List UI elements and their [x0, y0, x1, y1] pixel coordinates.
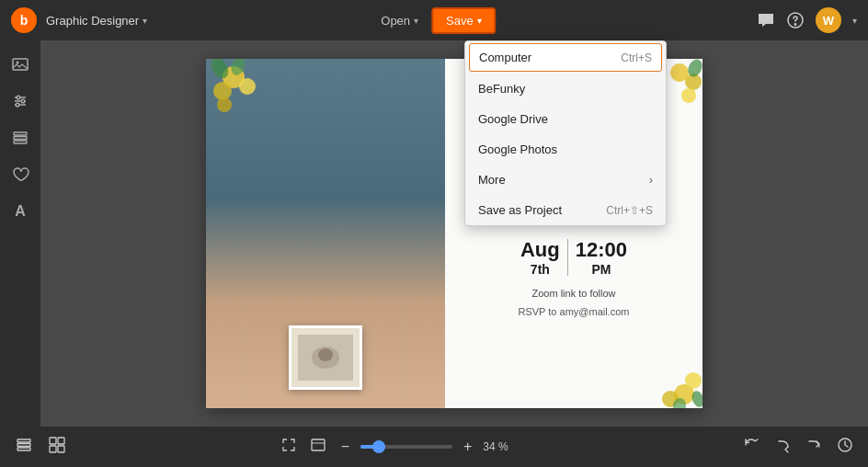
ultrasound-photo [289, 325, 362, 390]
svg-rect-2 [13, 59, 28, 70]
svg-rect-34 [50, 438, 56, 444]
save-menu-computer[interactable]: Computer Ctrl+S [469, 43, 662, 72]
save-menu-computer-shortcut: Ctrl+S [621, 51, 652, 64]
sidebar: A [0, 40, 40, 427]
zoom-slider-thumb[interactable] [372, 440, 385, 453]
zoom-percent: 34 % [483, 440, 514, 453]
svg-rect-35 [58, 438, 64, 444]
save-menu-more[interactable]: More › [465, 165, 666, 195]
svg-point-19 [217, 97, 232, 112]
chat-icon [757, 11, 775, 29]
save-dropdown-menu: Computer Ctrl+S BeFunky Google Drive Goo… [464, 40, 667, 226]
canvas-area: Baby! You're invited to a virtual baby s… [40, 40, 868, 427]
sidebar-item-layers[interactable] [4, 121, 37, 154]
save-menu-google-drive[interactable]: Google Drive [465, 104, 666, 134]
image-frame-icon[interactable] [306, 433, 330, 461]
sidebar-item-image[interactable] [4, 48, 37, 81]
redo-icon[interactable] [802, 433, 826, 461]
sliders-icon [11, 92, 29, 110]
save-menu-befunky[interactable]: BeFunky [465, 74, 666, 104]
svg-rect-11 [14, 137, 27, 140]
save-menu-befunky-label: BeFunky [478, 82, 525, 96]
sidebar-item-adjustments[interactable] [4, 85, 37, 118]
app-title-label: Graphic Designer [46, 14, 139, 28]
card-rsvp-text: RSVP to amy@mail.com [519, 306, 630, 317]
grid-bottom-icon[interactable] [44, 432, 70, 462]
svg-rect-33 [17, 448, 30, 450]
user-avatar[interactable]: W [816, 7, 841, 33]
svg-rect-36 [50, 446, 56, 452]
save-menu-save-as-project-label: Save as Project [478, 203, 562, 217]
svg-point-8 [21, 99, 25, 103]
svg-point-24 [681, 88, 696, 103]
ultrasound-svg [298, 335, 353, 381]
zoom-slider-track[interactable] [360, 445, 452, 449]
svg-point-15 [318, 348, 333, 361]
app-title[interactable]: Graphic Designer ▾ [46, 14, 147, 28]
card-date-divider [567, 239, 568, 276]
card-date-row: Aug 7th 12:00 PM [520, 238, 627, 277]
flower-topleft-icon [206, 59, 289, 142]
card-date-col: Aug 7th [520, 238, 560, 277]
history-icon[interactable] [833, 433, 857, 461]
chat-icon-button[interactable] [757, 11, 775, 29]
svg-rect-12 [14, 141, 27, 143]
heart-icon [11, 165, 29, 184]
sidebar-item-favorites[interactable] [4, 158, 37, 191]
flower-bottomright-icon [634, 339, 702, 408]
topbar-center-actions: Open ▾ Save ▾ [371, 7, 496, 34]
expand-icon[interactable] [277, 433, 301, 461]
topbar: b Graphic Designer ▾ Open ▾ Save ▾ [0, 0, 868, 40]
zoom-in-button[interactable]: + [458, 437, 477, 457]
svg-rect-10 [14, 132, 27, 135]
app-title-chevron: ▾ [143, 16, 147, 26]
zoom-out-button[interactable]: − [336, 437, 355, 457]
layers-icon [11, 129, 29, 147]
card-time-col: 12:00 PM [576, 238, 627, 277]
save-menu-save-as-project[interactable]: Save as Project Ctrl+⇧+S [465, 195, 666, 225]
user-menu-chevron[interactable]: ▾ [852, 16, 857, 26]
save-menu-google-drive-label: Google Drive [478, 112, 548, 126]
svg-rect-37 [58, 446, 64, 452]
bottombar: − + 34 % [0, 427, 868, 467]
svg-point-7 [17, 96, 20, 99]
text-icon: A [15, 203, 26, 220]
topbar-right: W ▾ [757, 7, 857, 33]
svg-point-18 [239, 78, 256, 95]
save-menu-more-arrow: › [649, 174, 653, 187]
layers-bottom-icon[interactable] [11, 432, 37, 462]
save-menu-google-photos[interactable]: Google Photos [465, 134, 666, 165]
svg-point-17 [213, 82, 232, 100]
app-logo[interactable]: b [11, 7, 37, 33]
card-zoom-text: Zoom link to follow [531, 288, 615, 299]
save-menu-more-label: More [478, 173, 506, 187]
open-button[interactable]: Open ▾ [371, 10, 428, 31]
save-menu-google-photos-label: Google Photos [478, 142, 557, 156]
svg-point-1 [794, 24, 795, 25]
svg-point-28 [685, 372, 702, 389]
save-menu-save-as-project-shortcut: Ctrl+⇧+S [606, 204, 653, 217]
save-menu-computer-label: Computer [479, 51, 531, 64]
image-icon [11, 55, 29, 74]
svg-rect-31 [17, 439, 30, 442]
svg-point-9 [16, 103, 19, 107]
svg-point-3 [17, 62, 19, 64]
help-icon [786, 11, 805, 29]
svg-rect-38 [312, 439, 325, 450]
help-icon-button[interactable] [786, 11, 805, 29]
sidebar-item-text[interactable]: A [4, 195, 37, 228]
card-photo [206, 59, 445, 408]
undo-icon[interactable] [771, 433, 794, 461]
zoom-controls: − + 34 % [277, 433, 515, 461]
bottom-right-icons [739, 433, 857, 461]
save-button[interactable]: Save ▾ [431, 7, 497, 34]
refresh-icon[interactable] [739, 433, 763, 461]
svg-rect-32 [17, 443, 30, 446]
